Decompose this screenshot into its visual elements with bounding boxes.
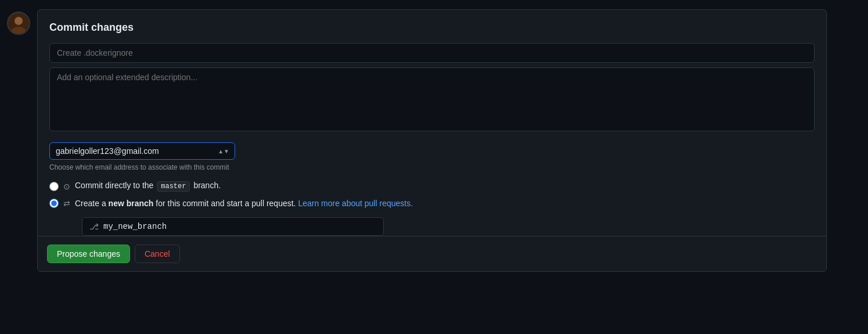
branch-input-wrapper: ⎇: [82, 217, 384, 236]
cancel-button[interactable]: Cancel: [135, 245, 180, 263]
commit-subject-input[interactable]: [49, 43, 815, 63]
dialog-title: Commit changes: [49, 21, 815, 34]
pull-request-learn-more-link[interactable]: Learn more about pull requests.: [298, 199, 413, 208]
commit-description-textarea[interactable]: [49, 67, 815, 131]
commit-icon: ⊙: [63, 182, 70, 191]
email-select[interactable]: gabrielgoller123@gmail.com: [49, 142, 235, 160]
pull-request-icon: ⇄: [63, 199, 70, 208]
radio-new-branch[interactable]: [49, 199, 59, 208]
radio-direct[interactable]: [49, 182, 59, 191]
radio-direct-label: Commit directly to the master branch.: [75, 181, 221, 192]
radio-option-direct[interactable]: ⊙ Commit directly to the master branch.: [49, 181, 815, 192]
email-hint: Choose which email address to associate …: [49, 163, 815, 171]
branch-icon: ⎇: [89, 222, 99, 231]
commit-option-group: ⊙ Commit directly to the master branch. …: [49, 181, 815, 208]
commit-changes-dialog: Commit changes gabrielgoller123@gmail.co…: [37, 9, 827, 272]
propose-changes-button[interactable]: Propose changes: [47, 245, 130, 263]
svg-point-1: [15, 17, 23, 25]
branch-badge: master: [157, 181, 190, 192]
branch-name-input[interactable]: [103, 222, 376, 231]
radio-new-branch-label: Create a new branch for this commit and …: [75, 199, 413, 208]
user-avatar: [7, 12, 30, 35]
radio-option-new-branch[interactable]: ⇄ Create a new branch for this commit an…: [49, 199, 815, 208]
footer-buttons: Propose changes Cancel: [38, 236, 826, 271]
email-select-wrapper: gabrielgoller123@gmail.com ▲▼: [49, 142, 235, 160]
